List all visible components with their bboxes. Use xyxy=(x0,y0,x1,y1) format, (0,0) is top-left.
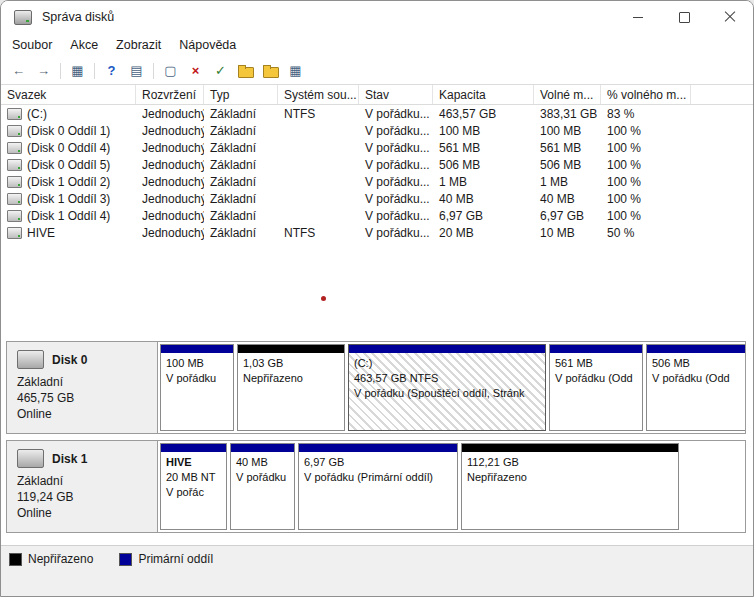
menu-napoveda[interactable]: Nápověda xyxy=(170,36,245,54)
volume-icon xyxy=(7,142,22,154)
cell-rozvrzeni: Jednoduchý xyxy=(136,139,204,156)
cell-text: 6,97 GB xyxy=(540,209,584,223)
cell-text: 100 % xyxy=(607,141,641,155)
volume-row-disk-1-oddil-3[interactable]: (Disk 1 Oddíl 3)JednoduchýZákladníV pořá… xyxy=(1,190,753,207)
cell-text: 561 MB xyxy=(540,141,581,155)
mark-active-icon[interactable]: ✓ xyxy=(209,60,232,82)
volume-icon xyxy=(7,193,22,205)
partition-6-97-gb[interactable]: 6,97 GBV pořádku (Primární oddíl) xyxy=(298,443,458,530)
cell-stav: V pořádku... xyxy=(359,105,433,122)
disk-panel-disk-0[interactable]: Disk 0Základní465,75 GBOnline xyxy=(7,342,158,433)
disk-panel-disk-1[interactable]: Disk 1Základní119,24 GBOnline xyxy=(7,441,158,532)
primary-partition-strip xyxy=(161,345,233,353)
volume-row-disk-0-oddil-4[interactable]: (Disk 0 Oddíl 4)JednoduchýZákladníV pořá… xyxy=(1,139,753,156)
menu-soubor[interactable]: Soubor xyxy=(3,36,61,54)
minimize-button[interactable] xyxy=(615,1,661,33)
cell-volneho-m: 50 % xyxy=(601,224,691,241)
action-pane-icon[interactable]: ▢ xyxy=(159,60,182,82)
close-button[interactable] xyxy=(707,1,753,33)
column-header-rozvrzeni[interactable]: Rozvržení xyxy=(136,85,204,104)
cell-volneho-m: 100 % xyxy=(601,139,691,156)
partitions-area: 100 MBV pořádku1,03 GBNepřiřazeno(C:)463… xyxy=(158,342,745,433)
legend: NepřiřazenoPrimární oddíl xyxy=(1,546,753,566)
disk-icon xyxy=(17,350,44,369)
volume-row-disk-1-oddil-2[interactable]: (Disk 1 Oddíl 2)JednoduchýZákladníV pořá… xyxy=(1,173,753,190)
unallocated-strip xyxy=(462,444,678,452)
cell-stav: V pořádku... xyxy=(359,173,433,190)
cell-volneho-m: 100 % xyxy=(601,122,691,139)
primary-partition-strip xyxy=(161,444,226,452)
partition-100-mb[interactable]: 100 MBV pořádku xyxy=(160,344,234,431)
cell-text: (Disk 0 Oddíl 1) xyxy=(27,124,110,138)
partition-506-mb[interactable]: 506 MBV pořádku (Odd xyxy=(646,344,745,431)
toolbar-separator xyxy=(153,63,154,79)
disk-row-disk-1: Disk 1Základní119,24 GBOnlineHIVE20 MB N… xyxy=(6,440,746,533)
partitions-area: HIVE20 MB NTV pořác40 MBV pořádku6,97 GB… xyxy=(158,441,745,532)
cell-text: Základní xyxy=(210,107,256,121)
partition-label: 6,97 GB xyxy=(304,455,452,470)
menu-akce[interactable]: Akce xyxy=(61,36,107,54)
primary-partition-strip xyxy=(299,444,457,452)
maximize-button[interactable] xyxy=(661,1,707,33)
partition-info: 112,21 GBNepřiřazeno xyxy=(462,452,678,529)
cell-text: 100 % xyxy=(607,124,641,138)
cell-stav: V pořádku... xyxy=(359,224,433,241)
volume-row-hive[interactable]: HIVEJednoduchýZákladníNTFSV pořádku...20… xyxy=(1,224,753,241)
column-header-typ[interactable]: Typ xyxy=(204,85,278,104)
partition-label: 1,03 GB xyxy=(243,356,339,371)
menu-zobrazit[interactable]: Zobrazit xyxy=(107,36,170,54)
cell-text: Základní xyxy=(210,192,256,206)
column-header-volne-m[interactable]: Volné m... xyxy=(534,85,601,104)
column-header-svazek[interactable]: Svazek xyxy=(1,85,136,104)
column-header-kapacita[interactable]: Kapacita xyxy=(433,85,534,104)
explore-folder-icon[interactable] xyxy=(259,60,282,82)
cell-volneho-m: 100 % xyxy=(601,190,691,207)
open-folder-icon[interactable] xyxy=(234,60,257,82)
volume-row-disk-0-oddil-1[interactable]: (Disk 0 Oddíl 1)JednoduchýZákladníV pořá… xyxy=(1,122,753,139)
disk-status: Online xyxy=(17,505,157,521)
column-header-system-sou[interactable]: Systém sou... xyxy=(278,85,359,104)
cell-volne-m: 1 MB xyxy=(534,173,601,190)
cell-text: 40 MB xyxy=(439,192,474,206)
volume-row-disk-0-oddil-5[interactable]: (Disk 0 Oddíl 5)JednoduchýZákladníV pořá… xyxy=(1,156,753,173)
legend-neprirazeno: Nepřiřazeno xyxy=(9,552,93,566)
cell-text: Základní xyxy=(210,141,256,155)
cell-system-sou xyxy=(278,156,359,173)
disk-name: Disk 0 xyxy=(52,353,87,367)
cell-text: V pořádku... xyxy=(365,209,430,223)
partition-info: 1,03 GBNepřiřazeno xyxy=(238,353,344,430)
cell-text: Jednoduchý xyxy=(142,124,204,138)
cell-text: (Disk 0 Oddíl 4) xyxy=(27,141,110,155)
partition-info: 561 MBV pořádku (Odd xyxy=(550,353,642,430)
partition-112-21-gb[interactable]: 112,21 GBNepřiřazeno xyxy=(461,443,679,530)
partition-40-mb[interactable]: 40 MBV pořádku xyxy=(230,443,295,530)
cell-rozvrzeni: Jednoduchý xyxy=(136,207,204,224)
disk-row-disk-0: Disk 0Základní465,75 GBOnline100 MBV poř… xyxy=(6,341,746,434)
disk-type: Základní xyxy=(17,374,157,390)
partition-1-03-gb[interactable]: 1,03 GBNepřiřazeno xyxy=(237,344,345,431)
partition-c[interactable]: (C:)463,57 GB NTFSV pořádku (Spouštěcí o… xyxy=(348,344,546,431)
cell-text: 506 MB xyxy=(439,158,480,172)
volume-row-c[interactable]: (C:)JednoduchýZákladníNTFSV pořádku...46… xyxy=(1,105,753,122)
forward-icon[interactable]: → xyxy=(32,60,55,82)
console-tree-icon[interactable]: ▦ xyxy=(66,60,89,82)
export-list-icon[interactable]: ▤ xyxy=(125,60,148,82)
back-icon[interactable]: ← xyxy=(7,60,30,82)
cell-kapacita: 463,57 GB xyxy=(433,105,534,122)
delete-volume-icon[interactable]: × xyxy=(184,60,207,82)
partition-561-mb[interactable]: 561 MBV pořádku (Odd xyxy=(549,344,643,431)
cell-typ: Základní xyxy=(204,190,278,207)
column-header-volneho-m[interactable]: % volného m... xyxy=(601,85,691,104)
volume-icon xyxy=(7,108,22,120)
disk-size: 465,75 GB xyxy=(17,390,157,406)
title-bar[interactable]: Správa disků xyxy=(1,1,753,33)
column-header-stav[interactable]: Stav xyxy=(359,85,433,104)
cell-volneho-m: 100 % xyxy=(601,207,691,224)
help-icon[interactable]: ? xyxy=(100,60,123,82)
view-options-icon[interactable]: ▦ xyxy=(284,60,307,82)
cell-text: (C:) xyxy=(27,107,47,121)
partition-hive[interactable]: HIVE20 MB NTV pořác xyxy=(160,443,227,530)
volume-row-disk-1-oddil-4[interactable]: (Disk 1 Oddíl 4)JednoduchýZákladníV pořá… xyxy=(1,207,753,224)
disk-size: 119,24 GB xyxy=(17,489,157,505)
red-dot-marker xyxy=(321,296,326,301)
